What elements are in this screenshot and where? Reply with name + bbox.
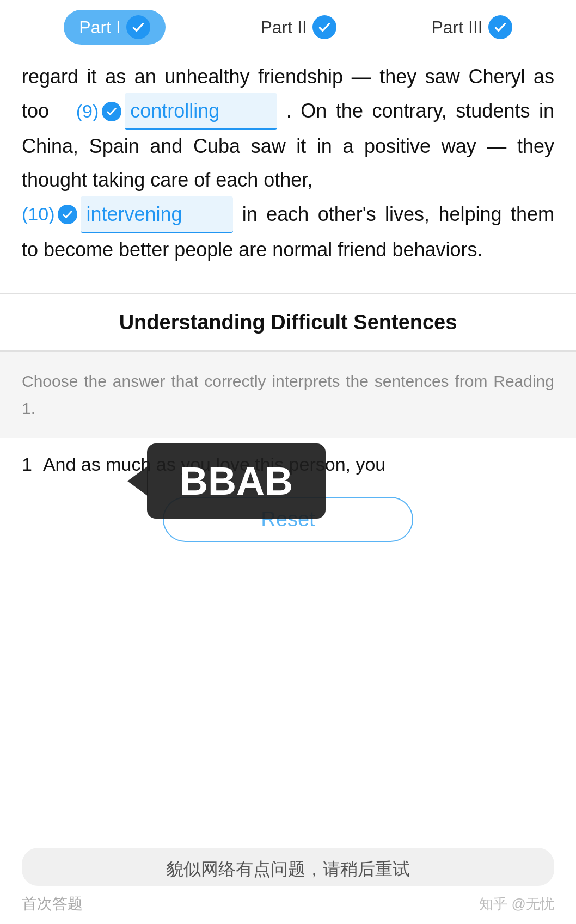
network-toast: 貌似网络有点问题，请稍后重试 <box>22 848 554 886</box>
top-navigation: Part I Part II Part III <box>0 0 576 54</box>
section-title: Understanding Difficult Sentences <box>22 311 554 334</box>
fill-10-number: (10) <box>22 199 54 230</box>
nav-part3[interactable]: Part III <box>431 15 512 39</box>
section-title-area: Understanding Difficult Sentences <box>0 294 576 340</box>
instruction-area: Choose the answer that correctly interpr… <box>0 352 576 438</box>
reading-passage: regard it as an unhealthy friendship — t… <box>0 54 576 282</box>
bbab-text: BBAB <box>180 459 293 503</box>
bottom-hint-left: 首次答题 <box>22 894 83 914</box>
bbab-tooltip: BBAB <box>147 443 326 519</box>
nav-part2[interactable]: Part II <box>260 15 336 39</box>
fill-9-answer[interactable]: controlling <box>125 93 277 130</box>
part3-label: Part III <box>431 17 482 38</box>
nav-part1[interactable]: Part I <box>64 10 165 45</box>
fill-9-check-icon <box>102 102 121 121</box>
part2-label: Part II <box>260 17 307 38</box>
bottom-hint: 首次答题 知乎 @无忧 <box>0 889 576 924</box>
bottom-bar: 貌似网络有点问题，请稍后重试 首次答题 知乎 @无忧 <box>0 842 576 924</box>
part2-check-icon <box>312 15 336 39</box>
question-area: 1 And as much as you love this person, y… <box>0 438 576 486</box>
part3-check-icon <box>488 15 512 39</box>
fill-9-number: (9) <box>76 96 99 127</box>
fill-9-container: (9) controlling <box>76 93 278 130</box>
question-1-number: 1 <box>22 449 32 481</box>
part1-check-icon <box>126 15 150 39</box>
fill-10-answer[interactable]: intervening <box>81 196 233 233</box>
fill-10-container: (10) intervening <box>22 196 233 233</box>
part1-label: Part I <box>79 17 120 38</box>
fill-10-check-icon <box>58 205 77 224</box>
watermark: 知乎 @无忧 <box>479 895 554 914</box>
instruction-text: Choose the answer that correctly interpr… <box>22 368 554 422</box>
